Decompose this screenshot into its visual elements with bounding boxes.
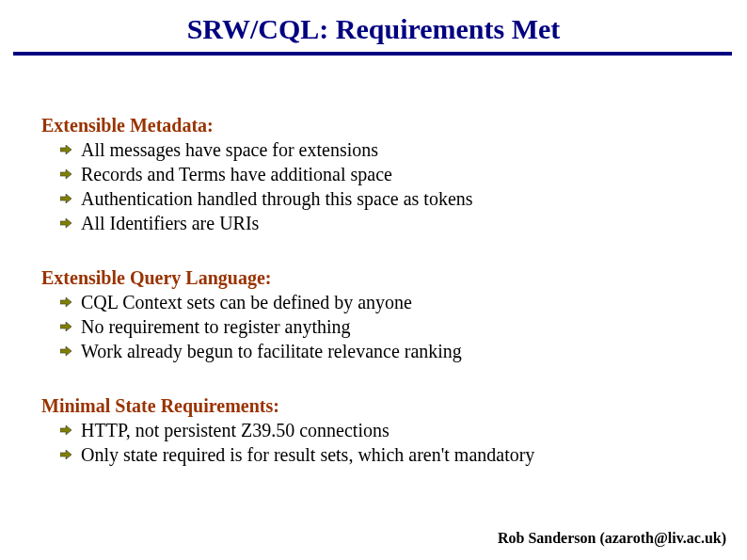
section-extensible-metadata: Extensible Metadata: All messages have s… (41, 113, 700, 235)
arrow-icon (60, 218, 72, 228)
list-item-label: All messages have space for extensions (81, 137, 378, 162)
arrow-icon (60, 346, 72, 356)
svg-marker-3 (60, 218, 72, 228)
arrow-icon (60, 322, 72, 331)
svg-marker-4 (60, 297, 72, 307)
arrow-icon (60, 194, 72, 203)
arrow-icon (60, 450, 72, 459)
slide-container: SRW/CQL: Requirements Met Extensible Met… (0, 0, 747, 560)
section-extensible-query-language: Extensible Query Language: CQL Context s… (41, 265, 700, 363)
list-item-label: No requirement to register anything (81, 314, 351, 339)
arrow-icon (60, 145, 72, 154)
list-item: Records and Terms have additional space (60, 162, 700, 186)
list-item: All Identifiers are URIs (60, 211, 700, 235)
svg-marker-2 (60, 194, 72, 203)
list-item: Authentication handled through this spac… (60, 186, 700, 211)
section-heading: Minimal State Requirements: (41, 393, 700, 418)
list-item-label: Authentication handled through this spac… (81, 186, 473, 211)
list-item-label: Only state required is for result sets, … (81, 442, 534, 467)
svg-marker-5 (60, 322, 72, 331)
list-item-label: Work already begun to facilitate relevan… (81, 339, 462, 363)
title-underline (13, 52, 732, 56)
list-item: Work already begun to facilitate relevan… (60, 339, 700, 363)
slide-title: SRW/CQL: Requirements Met (0, 13, 747, 45)
svg-marker-6 (60, 346, 72, 356)
list-item: Only state required is for result sets, … (60, 442, 700, 467)
list-item: All messages have space for extensions (60, 137, 700, 162)
list-item: CQL Context sets can be defined by anyon… (60, 290, 700, 314)
slide-body: Extensible Metadata: All messages have s… (41, 113, 700, 497)
arrow-icon (60, 425, 72, 435)
svg-marker-0 (60, 145, 72, 154)
list-item-label: Records and Terms have additional space (81, 162, 392, 186)
arrow-icon (60, 297, 72, 307)
section-minimal-state-requirements: Minimal State Requirements: HTTP, not pe… (41, 393, 700, 467)
footer-author: Rob Sanderson (azaroth@liv.ac.uk) (498, 530, 726, 547)
list-item: No requirement to register anything (60, 314, 700, 339)
svg-marker-8 (60, 450, 72, 459)
list-item-label: All Identifiers are URIs (81, 211, 259, 235)
list-item-label: HTTP, not persistent Z39.50 connections (81, 418, 389, 442)
arrow-icon (60, 169, 72, 179)
svg-marker-7 (60, 425, 72, 435)
svg-marker-1 (60, 169, 72, 179)
list-item-label: CQL Context sets can be defined by anyon… (81, 290, 412, 314)
list-item: HTTP, not persistent Z39.50 connections (60, 418, 700, 442)
section-heading: Extensible Metadata: (41, 113, 700, 137)
section-heading: Extensible Query Language: (41, 265, 700, 290)
